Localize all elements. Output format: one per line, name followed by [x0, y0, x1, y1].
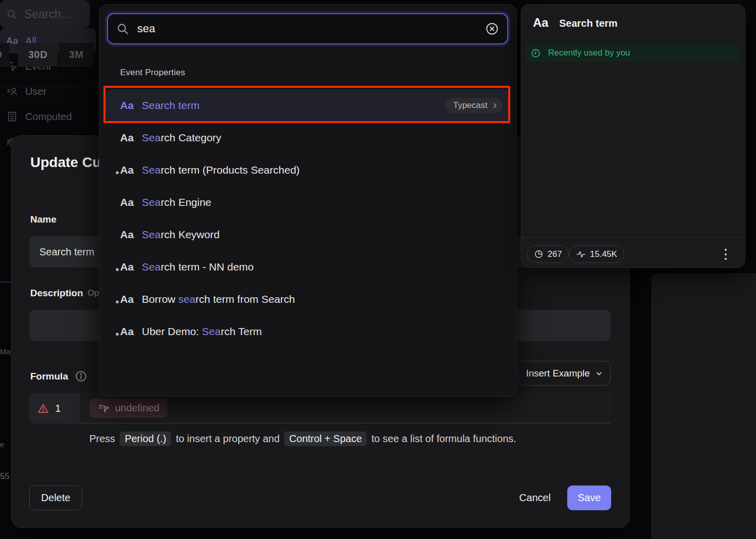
- gridline: [0, 86, 99, 87]
- clock-icon: [530, 48, 541, 59]
- computed-icon: [6, 111, 18, 123]
- time-range-30d[interactable]: 30D: [18, 43, 58, 66]
- text-type-icon: Aa*: [120, 261, 135, 273]
- formula-label: Formula: [30, 371, 68, 382]
- axis-label-fragment: 55: [0, 471, 10, 481]
- formula-input-area[interactable]: undefined: [80, 393, 611, 423]
- text-type-icon: Aa: [120, 132, 135, 144]
- time-range-day[interactable]: D: [0, 43, 9, 66]
- divider: [521, 237, 745, 238]
- sidebar-item-label: Computed: [25, 111, 72, 123]
- text-type-icon: Aa: [120, 229, 135, 241]
- key-badge-control-space: Control + Space: [284, 432, 367, 446]
- result-label: Search term - NN demo: [142, 261, 254, 273]
- instruction-text: to insert a property and: [176, 433, 280, 445]
- sidebar-item-user[interactable]: User: [0, 79, 96, 104]
- formula-editor[interactable]: 1 undefined: [29, 393, 611, 423]
- result-label: Search Category: [142, 132, 222, 144]
- time-range-3m[interactable]: 3M: [59, 43, 93, 66]
- result-label: Borrow search term from Search: [142, 293, 295, 305]
- pie-chart-icon: [534, 249, 544, 259]
- formula-token-icon: [98, 402, 111, 414]
- custom-property-marker: *: [116, 266, 119, 277]
- sidebar-item-computed[interactable]: Computed: [0, 104, 96, 129]
- delete-button[interactable]: Delete: [29, 486, 82, 510]
- axis-label-fragment: e: [0, 440, 4, 449]
- warning-icon: [37, 403, 49, 414]
- divider: [0, 66, 99, 67]
- user-icon: [6, 85, 18, 97]
- formula-error-count: 1: [55, 402, 61, 414]
- cancel-button[interactable]: Cancel: [507, 486, 563, 510]
- distinct-values-chip[interactable]: 267: [527, 245, 569, 263]
- instruction-text: to see a list of formula functions.: [371, 433, 516, 445]
- result-row-borrow-search-term[interactable]: Aa* Borrow search term from Search: [105, 283, 510, 315]
- result-label: Search Engine: [142, 196, 211, 208]
- recently-used-badge: Recently used by you: [525, 44, 739, 62]
- result-label: Search term: [142, 99, 199, 112]
- text-type-icon: Aa*: [120, 326, 135, 338]
- text-type-icon: Aa: [120, 196, 135, 208]
- property-type-sidebar: [652, 274, 756, 539]
- result-row-search-term-products[interactable]: Aa* Search term (Products Searched): [105, 154, 510, 186]
- result-label: Uber Demo: Search Term: [142, 326, 262, 338]
- instruction-text: Press: [89, 433, 115, 445]
- formula-token-label: undefined: [115, 402, 159, 414]
- sidebar-search-field[interactable]: [0, 0, 90, 28]
- description-label: Description: [30, 288, 83, 299]
- property-search-input[interactable]: [136, 22, 485, 36]
- property-search-field[interactable]: [107, 13, 508, 44]
- result-row-uber-demo-search-term[interactable]: Aa* Uber Demo: Search Term: [105, 315, 510, 348]
- event-volume-chip[interactable]: 15.45K: [569, 245, 624, 263]
- insert-example-label: Insert Example: [526, 368, 590, 379]
- kebab-menu-icon[interactable]: [722, 246, 730, 262]
- modal-title: Update Cu: [30, 154, 101, 171]
- formula-token[interactable]: undefined: [90, 399, 168, 418]
- name-value: Search term: [39, 246, 94, 258]
- custom-property-marker: *: [116, 299, 119, 309]
- formula-error-gutter: 1: [29, 393, 80, 423]
- result-row-search-term-nn-demo[interactable]: Aa* Search term - NN demo: [105, 251, 510, 283]
- app-root: D 30D 3M May e 55 Aa All Event User Comp…: [0, 0, 756, 539]
- result-row-search-term[interactable]: Aa Search term Typecast: [105, 89, 510, 122]
- sidebar-search-input[interactable]: [23, 7, 84, 22]
- clear-icon[interactable]: [485, 22, 499, 36]
- name-label: Name: [30, 214, 57, 225]
- info-icon[interactable]: [75, 370, 87, 383]
- chart-line-fragment: [0, 282, 11, 283]
- activity-icon: [576, 249, 586, 259]
- typecast-label: Typecast: [453, 100, 488, 111]
- save-button[interactable]: Save: [567, 486, 611, 510]
- formula-label-row: Formula: [30, 370, 87, 383]
- text-type-icon: Aa*: [120, 293, 135, 305]
- text-type-icon: Aa*: [120, 164, 135, 176]
- results-section-label: Event Properties: [120, 68, 185, 78]
- event-volume-count: 15.45K: [590, 249, 617, 259]
- result-row-search-keyword[interactable]: Aa Search Keyword: [105, 219, 510, 251]
- chevron-down-icon: [595, 369, 603, 378]
- sidebar-item-label: User: [25, 86, 46, 97]
- chevron-right-icon: [491, 102, 499, 110]
- distinct-values-count: 267: [548, 249, 562, 259]
- text-type-icon: Aa: [120, 99, 135, 112]
- property-detail-panel: [521, 4, 745, 268]
- search-icon: [116, 22, 129, 35]
- search-icon: [6, 9, 17, 20]
- custom-property-marker: *: [116, 170, 119, 180]
- result-row-search-category[interactable]: Aa Search Category: [105, 122, 510, 154]
- result-label: Search term (Products Searched): [142, 164, 300, 176]
- text-type-icon: Aa: [533, 16, 549, 30]
- result-label: Search Keyword: [142, 229, 220, 241]
- formula-instructions: Press Period (.) to insert a property an…: [89, 430, 516, 447]
- result-row-search-engine[interactable]: Aa Search Engine: [105, 186, 510, 219]
- recently-used-label: Recently used by you: [548, 48, 630, 58]
- custom-property-marker: *: [116, 331, 119, 341]
- detail-panel-title: Search term: [559, 18, 618, 29]
- insert-example-button[interactable]: Insert Example: [518, 361, 611, 386]
- typecast-button[interactable]: Typecast: [445, 98, 503, 114]
- key-badge-period: Period (.): [120, 432, 171, 446]
